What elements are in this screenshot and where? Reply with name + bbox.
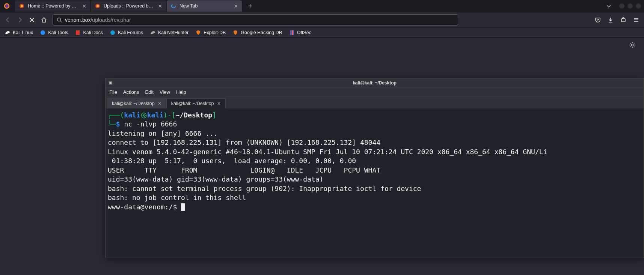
downloads-icon[interactable] xyxy=(607,17,614,23)
url-bar[interactable]: venom.box/uploads/rev.phar xyxy=(53,14,458,26)
close-window-icon[interactable] xyxy=(636,3,641,9)
close-icon[interactable]: ✕ xyxy=(233,3,239,9)
bookmark-label: Google Hacking DB xyxy=(241,30,282,35)
terminal-tab-label: kali@kali: ~/Desktop xyxy=(171,101,214,106)
terminal-icon: ▣ xyxy=(109,80,112,85)
favicon-icon xyxy=(95,3,101,9)
forward-button[interactable] xyxy=(17,17,23,23)
bookmark-kali-linux[interactable]: Kali Linux xyxy=(5,30,33,36)
menu-actions[interactable]: Actions xyxy=(123,89,139,95)
bookmark-ghdb[interactable]: Google Hacking DB xyxy=(232,30,282,36)
svg-point-10 xyxy=(41,30,45,35)
bookmark-exploit-db[interactable]: Exploit-DB xyxy=(195,30,226,36)
back-button[interactable] xyxy=(5,17,11,23)
window-controls xyxy=(616,3,644,9)
bookmark-kali-tools[interactable]: Kali Tools xyxy=(40,30,68,36)
svg-point-13 xyxy=(631,44,633,46)
bookmark-label: Exploit-DB xyxy=(204,30,226,35)
terminal-titlebar[interactable]: ▣ kali@kali: ~/Desktop xyxy=(106,78,644,87)
loading-icon xyxy=(170,3,176,9)
close-icon[interactable]: ✕ xyxy=(217,101,221,106)
terminal-tabs: kali@kali: ~/Desktop ✕ kali@kali: ~/Desk… xyxy=(106,97,644,108)
forums-icon xyxy=(110,30,116,36)
bookmarks-bar: Kali Linux Kali Tools Kali Docs Kali For… xyxy=(0,27,644,38)
terminal-tab-label: kali@kali: ~/Desktop xyxy=(112,101,155,106)
svg-point-3 xyxy=(21,5,23,7)
svg-point-1 xyxy=(5,5,9,8)
menu-icon[interactable] xyxy=(633,17,639,23)
close-icon[interactable]: ✕ xyxy=(158,101,161,106)
bookmark-label: OffSec xyxy=(297,30,311,35)
terminal-title: kali@kali: ~/Desktop xyxy=(353,80,397,86)
stop-button[interactable] xyxy=(29,17,35,23)
svg-point-5 xyxy=(97,5,99,7)
svg-point-12 xyxy=(110,30,115,35)
bookmark-kali-forums[interactable]: Kali Forums xyxy=(110,30,143,36)
menu-view[interactable]: View xyxy=(160,89,170,95)
bookmark-label: Kali Tools xyxy=(48,30,68,35)
dragon-icon xyxy=(40,30,46,36)
url-path: /uploads/rev.phar xyxy=(90,17,131,23)
url-host: venom.box xyxy=(65,17,90,23)
terminal-window: ▣ kali@kali: ~/Desktop File Actions Edit… xyxy=(105,78,644,258)
svg-rect-8 xyxy=(621,19,625,22)
new-tab-button[interactable]: + xyxy=(245,1,255,11)
bookmark-label: Kali Docs xyxy=(83,30,103,35)
minimize-icon[interactable] xyxy=(619,3,624,9)
svg-point-7 xyxy=(57,18,61,21)
svg-rect-11 xyxy=(76,30,80,35)
tab-label: Uploads :: Powered by Sul xyxy=(104,3,154,9)
home-button[interactable] xyxy=(41,17,47,23)
terminal-menubar: File Actions Edit View Help xyxy=(106,87,644,97)
close-icon[interactable]: ✕ xyxy=(81,3,87,9)
bookmark-label: Kali NetHunter xyxy=(158,30,189,35)
browser-tab-3[interactable]: New Tab ✕ xyxy=(167,0,242,12)
page-content: Firefox venom10.10.10.10192.168.22…addon… xyxy=(0,38,644,275)
extensions-icon[interactable] xyxy=(620,17,627,23)
browser-nav-bar: venom.box/uploads/rev.phar xyxy=(0,12,644,27)
dragon-icon xyxy=(5,30,11,36)
svg-rect-9 xyxy=(623,18,624,19)
gear-icon[interactable] xyxy=(629,42,636,48)
bookmark-offsec[interactable]: OffSec xyxy=(289,30,311,36)
bookmark-kali-docs[interactable]: Kali Docs xyxy=(75,30,103,36)
menu-help[interactable]: Help xyxy=(176,89,186,95)
tab-label: New Tab xyxy=(179,3,230,9)
browser-tab-1[interactable]: Home :: Powered by Subri ✕ xyxy=(15,0,90,12)
terminal-tab-1[interactable]: kali@kali: ~/Desktop ✕ xyxy=(107,98,166,108)
docs-icon xyxy=(75,30,81,36)
browser-tab-2[interactable]: Uploads :: Powered by Sul ✕ xyxy=(91,0,166,12)
tab-label: Home :: Powered by Subri xyxy=(28,3,78,9)
terminal-body[interactable]: ┌──(kali㉿kali)-[~/Desktop] └─$ nc -nlvp … xyxy=(106,108,644,258)
bookmark-kali-nethunter[interactable]: Kali NetHunter xyxy=(150,30,189,36)
bookmark-label: Kali Forums xyxy=(118,30,143,35)
maximize-icon[interactable] xyxy=(627,3,633,9)
exploit-db-icon xyxy=(195,30,201,36)
svg-point-6 xyxy=(172,4,175,8)
offsec-icon xyxy=(289,30,295,36)
search-icon xyxy=(57,17,62,23)
pocket-icon[interactable] xyxy=(594,17,601,23)
close-icon[interactable]: ✕ xyxy=(157,3,163,9)
bookmark-label: Kali Linux xyxy=(13,30,33,35)
favicon-icon xyxy=(19,3,25,9)
terminal-tab-2[interactable]: kali@kali: ~/Desktop ✕ xyxy=(166,98,226,108)
menu-edit[interactable]: Edit xyxy=(145,89,154,95)
ghdb-icon xyxy=(232,30,238,36)
firefox-icon xyxy=(2,1,12,11)
url-text: venom.box/uploads/rev.phar xyxy=(65,17,454,23)
menu-file[interactable]: File xyxy=(109,89,117,95)
browser-tab-bar: Home :: Powered by Subri ✕ Uploads :: Po… xyxy=(0,0,644,12)
nethunter-icon xyxy=(150,30,156,36)
tab-overflow-button[interactable] xyxy=(603,1,614,11)
